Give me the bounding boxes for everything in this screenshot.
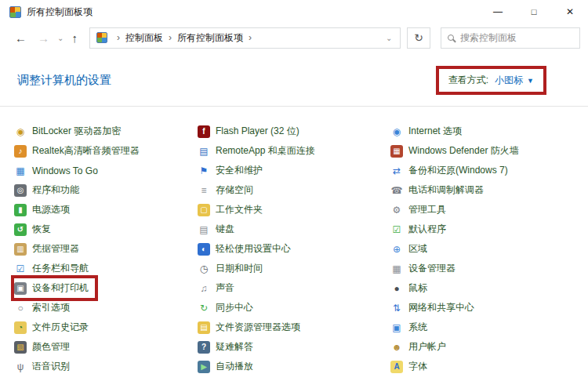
items-column-2: fFlash Player (32 位)▤RemoteApp 和桌面连接⚑安全和… [198,122,390,376]
speech-recognition-icon: ψ [14,361,27,373]
control-panel-item[interactable]: ▣系统 [390,318,434,337]
item-label: 电话和调制解调器 [408,183,484,197]
history-chevron-icon[interactable]: ⌄ [55,34,66,42]
item-label: 用户帐户 [408,340,446,354]
troubleshooting-icon: ? [198,341,210,354]
refresh-button[interactable]: ↻ [407,27,430,49]
breadcrumb-all-items[interactable]: 所有控制面板项 [177,31,243,45]
control-panel-item[interactable]: ▣设备和打印机 [14,278,95,298]
control-panel-item[interactable]: ⊕区域 [390,239,434,259]
item-label: 语音识别 [32,360,70,373]
control-panel-item[interactable]: ?疑难解答 [198,337,260,357]
control-panel-item[interactable]: fFlash Player (32 位) [198,122,306,141]
control-panel-item[interactable]: ⇅网络和共享中心 [390,298,481,318]
control-panel-item[interactable]: ▦设备管理器 [390,259,462,278]
storage-spaces-icon: ≡ [198,184,210,197]
control-panel-item[interactable]: ⚑安全和维护 [198,161,269,180]
item-label: 凭据管理器 [32,242,79,256]
fonts-icon: A [390,361,403,373]
control-panel-item[interactable]: ☎电话和调制解调器 [390,180,490,200]
control-panel-item[interactable]: ◉Internet 选项 [390,122,468,141]
control-panel-item[interactable]: ▦Windows To Go [14,161,104,180]
programs-and-features-icon: ◎ [14,184,27,197]
forward-icon[interactable]: → [32,31,55,45]
item-label: Windows Defender 防火墙 [408,144,519,158]
region-icon: ⊕ [390,243,403,256]
autoplay-icon: ▶ [198,361,210,373]
control-panel-item[interactable]: ♪Realtek高清晰音频管理器 [14,141,146,161]
control-panel-item[interactable]: ▥凭据管理器 [14,239,85,259]
minimize-button[interactable]: — [480,0,516,24]
back-icon[interactable]: ← [9,31,32,45]
control-panel-item[interactable]: ψ语音识别 [14,357,76,376]
control-panel-item[interactable]: ○索引选项 [14,298,76,318]
item-label: 鼠标 [408,281,427,295]
phone-and-modem-icon: ☎ [390,184,403,197]
item-label: RemoteApp 和桌面连接 [216,144,315,158]
control-panel-item[interactable]: ≡存储空间 [198,180,260,200]
chevron-down-icon[interactable]: ▼ [527,77,534,85]
control-panel-item[interactable]: ◷日期和时间 [198,259,269,278]
control-panel-item[interactable]: ☻用户帐户 [390,337,452,357]
control-panel-item[interactable]: ◉BitLocker 驱动器加密 [14,122,127,141]
control-panel-item[interactable]: ▤RemoteApp 和桌面连接 [198,141,321,161]
breadcrumb-separator: › [163,32,177,43]
item-label: BitLocker 驱动器加密 [32,125,121,138]
item-label: 颜色管理 [32,340,70,354]
breadcrumb-control-panel[interactable]: 控制面板 [125,31,163,45]
control-panel-item[interactable]: ◐轻松使用设置中心 [198,239,297,259]
control-panel-item[interactable]: ♫声音 [198,278,241,298]
item-label: 存储空间 [216,183,253,197]
close-button[interactable]: ✕ [552,0,588,24]
page-title: 调整计算机的设置 [17,73,111,88]
items-column-1: ◉BitLocker 驱动器加密♪Realtek高清晰音频管理器▦Windows… [14,122,198,376]
realtek-audio-icon: ♪ [14,145,27,158]
control-panel-item[interactable]: ↻同步中心 [198,298,260,318]
item-label: 安全和维护 [216,164,263,177]
control-panel-item[interactable]: ☑任务栏和导航 [14,259,95,278]
user-accounts-icon: ☻ [390,341,403,354]
security-and-maintenance-icon: ⚑ [198,165,210,177]
maximize-button[interactable]: □ [516,0,552,24]
refresh-icon: ↻ [414,31,423,44]
item-label: 声音 [216,281,234,295]
internet-options-icon: ◉ [390,125,403,138]
control-panel-item[interactable]: ◔文件历史记录 [14,318,95,337]
control-panel-item[interactable]: ◎程序和功能 [14,180,85,200]
control-panel-item[interactable]: ▤文件资源管理器选项 [198,318,307,337]
item-label: Windows To Go [32,165,98,176]
item-label: Internet 选项 [408,125,462,138]
credential-manager-icon: ▥ [14,243,27,256]
view-by-dropdown[interactable]: 小图标 [495,74,523,87]
file-explorer-options-icon: ▤ [198,321,210,334]
windows-defender-firewall-icon: ▦ [390,145,403,158]
control-panel-item[interactable]: A字体 [390,357,434,376]
search-input[interactable] [460,32,562,43]
search-box[interactable] [441,27,580,49]
view-by-label: 查看方式: [448,74,488,87]
control-panel-item[interactable]: ☑默认程序 [390,220,452,239]
control-panel-item[interactable]: ⚙管理工具 [390,200,452,220]
item-label: 默认程序 [408,223,446,236]
address-chevron-icon[interactable]: ⌄ [383,34,395,42]
control-panel-item[interactable]: ▢工作文件夹 [198,200,269,220]
mouse-icon: ● [390,282,403,295]
control-panel-item[interactable]: ⇄备份和还原(Windows 7) [390,161,514,180]
item-label: 同步中心 [216,301,253,314]
control-panel-item[interactable]: ●鼠标 [390,278,434,298]
control-panel-item[interactable]: ▮电源选项 [14,200,76,220]
address-bar[interactable]: › 控制面板 › 所有控制面板项 › ⌄ [89,27,401,49]
control-panel-app-icon [9,6,21,18]
item-label: 区域 [408,242,427,256]
item-label: 文件资源管理器选项 [216,321,300,334]
control-panel-item[interactable]: ↺恢复 [14,220,57,239]
up-icon[interactable]: ↑ [66,31,83,45]
file-history-icon: ◔ [14,321,27,334]
control-panel-item[interactable]: ▦Windows Defender 防火墙 [390,141,525,161]
control-panel-item[interactable]: ▧颜色管理 [14,337,76,357]
control-panel-item[interactable]: ▤键盘 [198,220,241,239]
item-label: 任务栏和导航 [32,262,89,275]
item-label: 备份和还原(Windows 7) [408,164,508,177]
item-label: 自动播放 [216,360,253,373]
control-panel-item[interactable]: ▶自动播放 [198,357,260,376]
